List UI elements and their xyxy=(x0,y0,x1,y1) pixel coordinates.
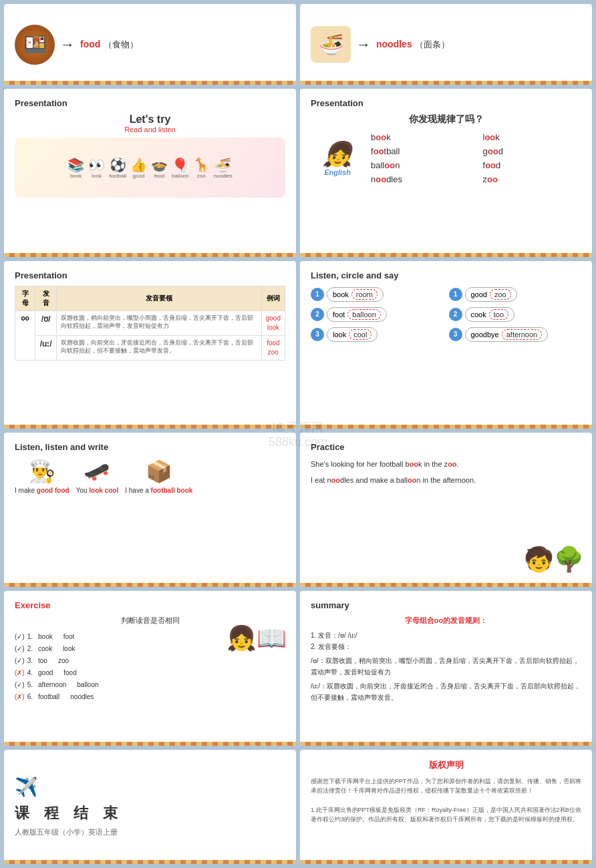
ex-num-1: 1. xyxy=(27,631,33,643)
pattern-word-balloon: balloon xyxy=(371,160,470,170)
img-look: 👀look xyxy=(88,157,105,179)
section-title-2: Presentation xyxy=(311,98,581,108)
listen-word-foot: foot xyxy=(333,310,345,318)
section-title-6: Practice xyxy=(311,442,581,452)
slide-exercise: Exercise 判断读音是否相同 (✓) 1. book foot (✓) 2… xyxy=(4,591,296,745)
practice-boy-image: 🧒🌳 xyxy=(524,546,584,574)
ex-num-3: 3. xyxy=(27,655,33,667)
lets-try-image-area: 📚book 👀look ⚽football 👍good 🍲food 🎈ballo… xyxy=(15,138,285,198)
end-title: 课 程 结 束 xyxy=(15,803,285,823)
pattern-word-football: football xyxy=(371,146,470,156)
chef-emoji: 👨‍🍳 xyxy=(29,459,55,484)
slide-write: Listen, listen and write 👨‍🍳 I make good… xyxy=(4,433,296,587)
letter-oo: oo xyxy=(15,310,35,360)
img-football: ⚽football xyxy=(109,157,126,179)
ipa-short: /ʊ/ xyxy=(35,310,57,335)
section-title-3: Presentation xyxy=(15,270,285,280)
rule-1: 1. 发音：/ʊ/ /uː/ xyxy=(311,630,581,641)
food-label: food （食物） xyxy=(80,38,138,51)
img-food: 🍲food xyxy=(151,157,168,179)
phonics-table: 字母 发音 发音要领 例词 oo /ʊ/ 双唇收圆，稍向前突出，嘴型小而圆，舌身… xyxy=(15,286,285,361)
ex-item-5: (✓) 5. afternoon balloon xyxy=(15,679,285,691)
box-emoji: 📦 xyxy=(146,459,172,484)
listen-left: 1 book room 2 foot balloon 3 look cool xyxy=(311,287,444,342)
sentence-1: I make good food xyxy=(15,487,69,494)
ex-mark-1: (✓) xyxy=(15,631,25,643)
listen-word-book: book xyxy=(333,290,349,298)
phonics-row-1: oo /ʊ/ 双唇收圆，稍向前突出，嘴型小而圆，舌身后缩，舌尖离开下齿，舌后部向… xyxy=(15,310,285,335)
ex-item-4: (✗) 4. good food xyxy=(15,667,285,679)
slide-phonics: Presentation 字母 发音 发音要领 例词 oo /ʊ/ 双唇收圆，稍… xyxy=(4,261,296,429)
listen-right: 1 good zoo 2 cook too 3 goodbye afternoo… xyxy=(449,287,582,342)
ex-word-balloon: balloon xyxy=(77,679,98,691)
stripe-decoration-9 xyxy=(4,742,296,746)
write-person-2: 🛹 You look cool xyxy=(76,459,119,494)
ex-num-5: 5. xyxy=(27,679,33,691)
slide-lets-try: Presentation Let's try Read and listen 📚… xyxy=(4,89,296,256)
pattern-image: 👧 English xyxy=(311,132,364,184)
listen-num-6: 3 xyxy=(449,328,462,341)
arrow-2: → xyxy=(356,36,371,53)
pattern-word-good: good xyxy=(483,146,582,156)
section-title-8: summary xyxy=(311,600,581,610)
write-person-3: 📦 I have a football book xyxy=(125,459,192,494)
listen-circle-room: room xyxy=(351,289,378,300)
copyright-title: 版权声明 xyxy=(311,759,581,771)
rule-2: 2. 发音要领： xyxy=(311,641,581,652)
ex-word-look: look xyxy=(63,643,75,655)
ex-word-foot: foot xyxy=(63,631,75,643)
lets-try-images: 📚book 👀look ⚽football 👍good 🍲food 🎈ballo… xyxy=(63,153,237,183)
ex-num-4: 4. xyxy=(27,667,33,679)
section-title-5: Listen, listen and write xyxy=(15,442,285,452)
listen-item-1: 1 book room xyxy=(311,287,444,302)
slide-food: 🍱 → food （食物） xyxy=(4,4,296,85)
ex-num-6: 6. xyxy=(27,691,33,703)
copyright-text: 感谢您下载千库网平台上提供的PPT作品，为了您和原创作者的利益，请勿复制、传播、… xyxy=(311,777,581,825)
stripe-decoration-5 xyxy=(4,425,296,429)
listen-word-goodbye: goodbye xyxy=(471,331,499,339)
rule-ipa2: /uː/：双唇收圆，向前突出，牙齿接近闭合，舌身后缩，舌尖离开下齿，舌后部向软腭… xyxy=(311,680,581,703)
stripe-decoration-2 xyxy=(300,81,592,85)
img-good: 👍good xyxy=(130,157,147,179)
ipa-long: /uː/ xyxy=(35,335,57,360)
summary-rule-title: 字母组合oo的发音规则： xyxy=(311,616,581,626)
ex-word-good: good xyxy=(38,667,53,679)
ex-word-book: book xyxy=(38,631,53,643)
listen-num-4: 1 xyxy=(449,288,462,301)
pattern-word-zoo: zoo xyxy=(483,174,582,184)
skater-emoji: 🛹 xyxy=(84,459,110,484)
stripe-decoration-10 xyxy=(300,742,592,746)
listen-num-5: 2 xyxy=(449,308,462,321)
listen-items-grid: 1 book room 2 foot balloon 3 look cool xyxy=(311,287,581,342)
listen-circle-zoo: zoo xyxy=(490,289,511,300)
practice-sentence-2: I eat noodles and make a balloon in the … xyxy=(311,475,581,487)
stripe-decoration-3 xyxy=(4,253,296,257)
noodles-label: noodles （面条） xyxy=(376,38,450,51)
ex-word-too: too xyxy=(38,655,47,667)
section-title-4: Listen, circle and say xyxy=(311,270,581,280)
desc-short: 双唇收圆，稍向前突出，嘴型小而圆，舌身后缩，舌尖离开下齿，舌后部向软腭抬起，震动… xyxy=(57,310,261,335)
ex-words-1: book foot xyxy=(38,631,74,643)
pattern-content: 👧 English book look football good balloo… xyxy=(311,132,581,184)
ex-words-4: good food xyxy=(38,667,77,679)
rule-ipa1: /ʊ/：双唇收圆，稍向前突出，嘴型小而圆，舌身后缩，舌尖离开下齿，舌后部向软腭抬… xyxy=(311,655,581,678)
header-guide: 发音要领 xyxy=(57,286,261,310)
sentence-2: You look cool xyxy=(76,487,119,494)
slide-noodles: 🍜 → noodles （面条） xyxy=(300,4,592,85)
ex-item-6: (✗) 6. football noodles xyxy=(15,691,285,703)
listen-word-cook: cook xyxy=(471,310,486,318)
pattern-word-food: food xyxy=(483,160,582,170)
desc-long: 双唇收圆，向前突出，牙齿接近闭合，舌身后缩，舌尖离开下齿，舌后部向软腭抬起，但不… xyxy=(57,335,261,360)
ex-mark-4: (✗) xyxy=(15,667,25,679)
ex-word-food: food xyxy=(63,667,76,679)
ex-word-cook: cook xyxy=(38,643,52,655)
listen-num-3: 3 xyxy=(311,328,324,341)
section-title-1: Presentation xyxy=(15,98,285,108)
stripe-decoration-7 xyxy=(4,583,296,587)
ex-mark-3: (✓) xyxy=(15,655,25,667)
listen-item-6: 3 goodbye afternoon xyxy=(449,327,582,342)
ex-word-football: football xyxy=(38,691,59,703)
stripe-decoration-4 xyxy=(300,253,592,257)
ex-words-2: cook look xyxy=(38,643,75,655)
ex-num-2: 2. xyxy=(27,643,33,655)
